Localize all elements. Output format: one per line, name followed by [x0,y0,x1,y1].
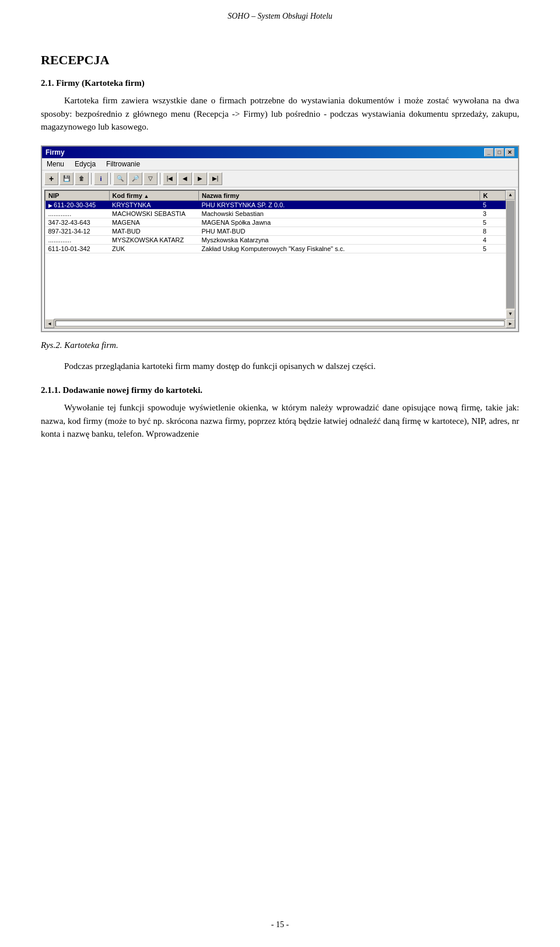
cell-nip: ............. [46,235,110,244]
toolbar-sep3 [160,173,160,184]
cell-nip: 611-20-30-345 [46,200,110,209]
subsection-heading: 2.1. Firmy (Kartoteka firm) [41,78,519,88]
header-title-text: SOHO – System Obsługi Hotelu [228,12,332,20]
table-header-row: NIP Kod firmy Nazwa firmy K [46,190,506,200]
cell-nazwa: PHU MAT-BUD [198,227,480,235]
table-row[interactable]: 347-32-43-643MAGENAMAGENA Spółka Jawna5 [46,218,506,227]
cell-kod: MAT-BUD [109,227,198,235]
close-button[interactable]: ✕ [505,148,514,156]
scroll-down-btn[interactable]: ▼ [506,309,515,319]
cell-k: 4 [480,235,506,244]
cell-k: 3 [480,209,506,218]
table-row[interactable]: .............MACHOWSKI SEBASTIAMachowski… [46,209,506,218]
cell-nip: ............. [46,209,110,218]
cell-nazwa: PHU KRYSTYNKA SP. Z 0.0. [198,200,480,209]
maximize-button[interactable]: □ [495,148,504,156]
table-row[interactable]: 611-10-01-342ZUKZakład Usług Komputerowy… [46,244,506,253]
dialog-title-text: Firmy [46,148,65,156]
cell-nip: 611-10-01-342 [46,244,110,253]
toolbar-info-btn[interactable]: i [94,172,108,185]
cell-kod: ZUK [109,244,198,253]
table-row[interactable]: 611-20-30-345KRYSTYNKAPHU KRYSTYNKA SP. … [46,200,506,209]
cell-k: 5 [480,244,506,253]
dialog-toolbar: + 💾 🗑 i 🔍 🔎 ▽ |◀ ◀ ▶ ▶| [42,170,518,187]
intro-paragraph: Kartoteka firm zawiera wszystkie dane o … [41,94,519,134]
cell-kod: MYSZKOWSKA KATARZ [109,235,198,244]
toolbar-search2-btn[interactable]: 🔎 [128,172,142,185]
section-heading: RECEPCJA [41,53,519,68]
cell-k: 5 [480,200,506,209]
toolbar-save-btn[interactable]: 💾 [60,172,74,185]
scroll-left-btn[interactable]: ◄ [45,319,54,328]
toolbar-delete-btn[interactable]: 🗑 [75,172,89,185]
col-header-k[interactable]: K [480,190,506,200]
cell-nazwa: Machowski Sebastian [198,209,480,218]
firm-table: NIP Kod firmy Nazwa firmy K 611-20-30-34… [45,190,506,253]
col-header-kod[interactable]: Kod firmy [109,190,198,200]
toolbar-sep1 [91,173,92,184]
cell-k: 5 [480,218,506,227]
cell-nip: 347-32-43-643 [46,218,110,227]
titlebar-controls: _ □ ✕ [484,148,514,156]
page: SOHO – System Obsługi Hotelu RECEPCJA 2.… [0,0,560,947]
cell-kod: KRYSTYNKA [109,200,198,209]
col-header-nazwa[interactable]: Nazwa firmy [198,190,480,200]
dialog-titlebar: Firmy _ □ ✕ [42,147,518,158]
cell-nip: 897-321-34-12 [46,227,110,235]
content: RECEPCJA 2.1. Firmy (Kartoteka firm) Kar… [41,53,519,441]
toolbar-prev-btn[interactable]: ◀ [178,172,192,185]
minimize-button[interactable]: _ [484,148,494,156]
dialog-box: Firmy _ □ ✕ Menu Edycja Filtrowanie + 💾 … [41,145,519,332]
horizontal-scrollbar[interactable]: ◄ ► [45,319,515,328]
toolbar-first-btn[interactable]: |◀ [163,172,177,185]
table-row[interactable]: 897-321-34-12MAT-BUDPHU MAT-BUD8 [46,227,506,235]
col-header-nip[interactable]: NIP [46,190,110,200]
cell-nazwa: Myszkowska Katarzyna [198,235,480,244]
header-title: SOHO – System Obsługi Hotelu [0,12,560,21]
toolbar-last-btn[interactable]: ▶| [208,172,222,185]
toolbar-next-btn[interactable]: ▶ [193,172,207,185]
menu-menu[interactable]: Menu [44,159,66,169]
subsection2-heading: 2.1.1. Dodawanie nowej firmy do kartotek… [41,385,519,395]
vertical-scrollbar[interactable]: ▲ ▼ [506,190,515,319]
paragraph-2: Podczas przeglądania kartoteki firm mamy… [41,360,519,373]
paragraph-3: Wywołanie tej funkcji spowoduje wyświetl… [41,401,519,441]
menu-edycja[interactable]: Edycja [72,159,98,169]
cell-kod: MAGENA [109,218,198,227]
cell-k: 8 [480,227,506,235]
toolbar-add-btn[interactable]: + [44,172,58,185]
scroll-right-btn[interactable]: ► [506,319,515,328]
cell-nazwa: MAGENA Spółka Jawna [198,218,480,227]
toolbar-filter-btn[interactable]: ▽ [144,172,158,185]
figure-caption: Rys.2. Kartoteka firm. [41,340,519,350]
toolbar-sep2 [110,173,111,184]
page-footer: - 15 - [0,920,560,929]
scroll-up-btn[interactable]: ▲ [506,190,515,200]
menu-filtrowanie[interactable]: Filtrowanie [104,159,142,169]
cell-nazwa: Zakład Usług Komputerowych "Kasy Fiskaln… [198,244,480,253]
dialog-table-area: NIP Kod firmy Nazwa firmy K 611-20-30-34… [44,190,516,329]
cell-kod: MACHOWSKI SEBASTIA [109,209,198,218]
dialog-menubar: Menu Edycja Filtrowanie [42,158,518,170]
page-number: - 15 - [271,920,289,929]
toolbar-search-btn[interactable]: 🔍 [113,172,127,185]
table-row[interactable]: .............MYSZKOWSKA KATARZMyszkowska… [46,235,506,244]
scroll-track [55,321,505,326]
